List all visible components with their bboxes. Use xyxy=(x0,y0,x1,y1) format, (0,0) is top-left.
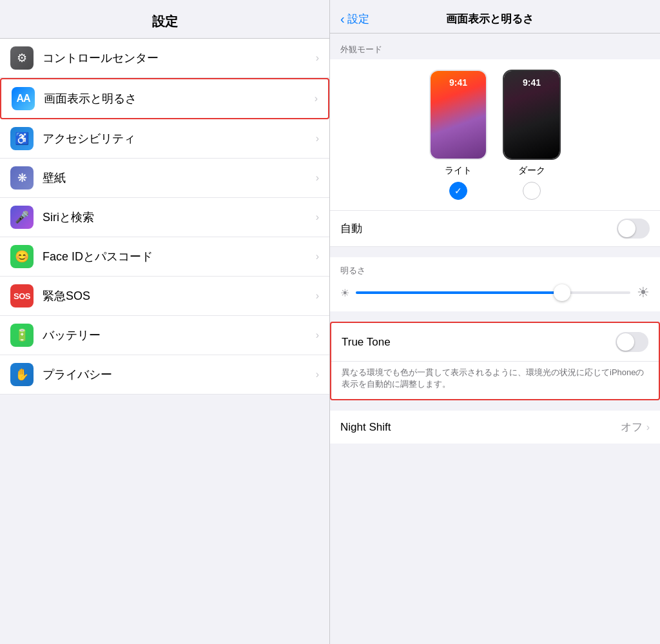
faceid-icon: 😊 xyxy=(10,245,34,268)
chevron-right-icon: › xyxy=(316,172,319,184)
light-mode-time: 9:41 xyxy=(449,77,467,88)
back-chevron-icon: ‹ xyxy=(340,12,345,26)
display-icon: AA xyxy=(12,87,35,110)
true-tone-section: True Tone 異なる環境でも色が一貫して表示されるように、環境光の状況に応… xyxy=(330,322,660,400)
settings-list-panel: 設定 ⚙ コントロールセンター › AA 画面表示と明るさ › ♿ アクセシビリ… xyxy=(0,0,330,644)
sidebar-item-display[interactable]: AA 画面表示と明るさ › xyxy=(0,78,329,119)
chevron-right-icon: › xyxy=(316,52,319,64)
privacy-label: プライバシー xyxy=(43,367,316,382)
night-shift-chevron-icon: › xyxy=(646,422,650,433)
chevron-right-icon: › xyxy=(316,329,319,341)
sidebar-item-battery[interactable]: 🔋 バッテリー › xyxy=(0,316,329,355)
light-mode-label: ライト xyxy=(445,165,472,177)
display-settings-panel: ‹ 設定 画面表示と明るさ 外観モード 9:41 ライト xyxy=(330,0,660,644)
auto-label: 自動 xyxy=(340,221,617,236)
dark-mode-preview: 9:41 xyxy=(503,70,561,160)
back-label: 設定 xyxy=(347,12,369,26)
sidebar-item-privacy[interactable]: ✋ プライバシー › xyxy=(0,355,329,395)
wallpaper-icon: ❋ xyxy=(10,166,34,190)
true-tone-description: 異なる環境でも色が一貫して表示されるように、環境光の状況に応じてiPhoneの表… xyxy=(331,362,659,399)
siri-label: Siriと検索 xyxy=(43,210,316,225)
dark-mode-option[interactable]: 9:41 ダーク xyxy=(503,70,561,200)
settings-title: 設定 xyxy=(0,0,329,39)
appearance-options: 9:41 ライト 9:41 ダーク xyxy=(340,70,650,200)
true-tone-row: True Tone xyxy=(331,323,659,362)
display-settings-content: 外観モード 9:41 ライト 9:41 xyxy=(330,34,660,644)
auto-toggle[interactable] xyxy=(617,219,650,239)
accessibility-label: アクセシビリティ xyxy=(43,131,316,146)
light-mode-check[interactable] xyxy=(449,182,467,200)
accessibility-icon: ♿ xyxy=(10,127,34,150)
night-shift-label: Night Shift xyxy=(340,421,621,434)
dark-mode-check[interactable] xyxy=(523,182,541,200)
auto-toggle-row: 自動 xyxy=(330,210,660,247)
chevron-right-icon: › xyxy=(316,369,319,380)
sidebar-item-accessibility[interactable]: ♿ アクセシビリティ › xyxy=(0,119,329,159)
sidebar-item-sos[interactable]: SOS 緊急SOS › xyxy=(0,277,329,316)
dark-screen: 9:41 xyxy=(504,71,559,159)
wallpaper-label: 壁紙 xyxy=(43,170,316,186)
sos-label: 緊急SOS xyxy=(43,288,316,304)
sun-small-icon: ☀ xyxy=(340,287,349,299)
light-mode-option[interactable]: 9:41 ライト xyxy=(429,70,487,200)
control-center-label: コントロールセンター xyxy=(43,50,316,66)
chevron-right-icon: › xyxy=(315,93,318,104)
true-tone-toggle-thumb xyxy=(617,333,634,351)
brightness-thumb[interactable] xyxy=(554,284,570,301)
brightness-slider[interactable] xyxy=(356,291,630,294)
settings-items-list: ⚙ コントロールセンター › AA 画面表示と明るさ › ♿ アクセシビリティ … xyxy=(0,39,329,395)
true-tone-toggle[interactable] xyxy=(616,332,648,352)
dark-mode-time: 9:41 xyxy=(523,77,541,88)
auto-toggle-thumb xyxy=(618,220,636,237)
true-tone-label: True Tone xyxy=(342,336,616,349)
appearance-section-label: 外観モード xyxy=(330,34,660,59)
sidebar-item-siri[interactable]: 🎤 Siriと検索 › xyxy=(0,198,329,237)
sidebar-item-control-center[interactable]: ⚙ コントロールセンター › xyxy=(0,39,329,78)
chevron-right-icon: › xyxy=(316,290,319,302)
night-shift-value: オフ xyxy=(621,420,643,434)
brightness-fill xyxy=(356,291,562,294)
battery-icon: 🔋 xyxy=(10,324,34,347)
control-center-icon: ⚙ xyxy=(10,46,34,70)
display-label: 画面表示と明るさ xyxy=(44,91,315,106)
night-shift-row[interactable]: Night Shift オフ › xyxy=(330,411,660,444)
siri-icon: 🎤 xyxy=(10,206,34,229)
night-shift-section: Night Shift オフ › xyxy=(330,411,660,444)
appearance-section: 9:41 ライト 9:41 ダーク xyxy=(330,59,660,210)
battery-label: バッテリー xyxy=(43,327,316,343)
sos-icon: SOS xyxy=(10,284,34,307)
brightness-section: 明るさ ☀ ☀ xyxy=(330,257,660,311)
privacy-icon: ✋ xyxy=(10,363,34,386)
page-header: ‹ 設定 画面表示と明るさ xyxy=(330,0,660,34)
chevron-right-icon: › xyxy=(316,251,319,262)
sidebar-item-wallpaper[interactable]: ❋ 壁紙 › xyxy=(0,159,329,198)
sun-large-icon: ☀ xyxy=(637,284,650,301)
chevron-right-icon: › xyxy=(316,133,319,144)
brightness-slider-row: ☀ ☀ xyxy=(330,279,660,311)
faceid-label: Face IDとパスコード xyxy=(43,249,316,264)
sidebar-item-faceid[interactable]: 😊 Face IDとパスコード › xyxy=(0,237,329,277)
light-mode-preview: 9:41 xyxy=(429,70,487,160)
back-button[interactable]: ‹ 設定 xyxy=(340,12,369,26)
light-screen: 9:41 xyxy=(431,71,486,159)
brightness-label: 明るさ xyxy=(330,257,660,279)
chevron-right-icon: › xyxy=(316,211,319,223)
page-title: 画面表示と明るさ xyxy=(369,12,611,26)
dark-mode-label: ダーク xyxy=(518,165,545,177)
